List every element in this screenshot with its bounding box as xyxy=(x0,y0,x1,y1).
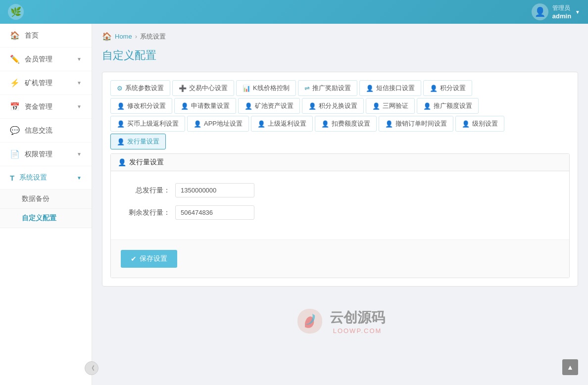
tab-label: 积分兑换设置 xyxy=(319,101,357,110)
tab-label: APP地址设置 xyxy=(204,119,243,128)
brand-name: 云创源码 xyxy=(330,308,385,327)
tab-content-body: 总发行量： 剩余发行量： xyxy=(111,171,569,240)
tab-level-setting[interactable]: 👤 级别设置 xyxy=(455,116,504,132)
tab-three-network[interactable]: 👤 三网验证 xyxy=(366,98,415,114)
tab-apply-qty[interactable]: 👤 申请数量设置 xyxy=(174,98,236,114)
tab-label: 积分设置 xyxy=(440,84,466,93)
tab-sys-params[interactable]: ⚙ 系统参数设置 xyxy=(110,80,170,96)
chevron-down-icon: ▼ xyxy=(77,80,82,86)
top-header: 🌿 👤 管理员 admin ▼ xyxy=(0,0,588,24)
chart-icon: 📊 xyxy=(243,85,250,92)
footer-watermark: 云创源码 LOOWP.COM xyxy=(102,287,578,348)
tab-superior-rebate[interactable]: 👤 上级返利设置 xyxy=(251,116,313,132)
sidebar-item-label: 系统设置 xyxy=(19,173,47,182)
user-role: 管理员 xyxy=(552,4,571,12)
tab-app-address[interactable]: 👤 APP地址设置 xyxy=(187,116,249,132)
tab-modify-points[interactable]: 👤 修改积分设置 xyxy=(110,98,172,114)
save-button-label: 保存设置 xyxy=(140,254,167,263)
user-icon: 👤 xyxy=(430,85,438,92)
remaining-issue-input[interactable] xyxy=(175,205,254,220)
tab-label: K线价格控制 xyxy=(253,84,290,93)
tab-label: 系统参数设置 xyxy=(125,84,164,93)
chevron-down-icon: ▼ xyxy=(77,151,82,157)
breadcrumb-home-link[interactable]: Home xyxy=(115,33,132,40)
sidebar-item-label: 矿机管理 xyxy=(25,79,52,88)
sidebar-sub-label: 数据备份 xyxy=(22,194,49,202)
scroll-to-top-button[interactable]: ▲ xyxy=(562,359,578,375)
tab-points-setting[interactable]: 👤 积分设置 xyxy=(423,80,472,96)
tab-promotion-limit[interactable]: 👤 推广额度设置 xyxy=(417,98,479,114)
total-issue-input[interactable] xyxy=(175,183,254,197)
exchange-icon: ⇌ xyxy=(304,85,310,92)
breadcrumb-home-icon: 🏠 xyxy=(102,32,112,41)
settings-icon: ⚙ xyxy=(117,85,123,92)
layout: 🏠 首页 ✏️ 会员管理 ▼ ⚡ 矿机管理 ▼ 📅 资金管理 ▼ xyxy=(0,24,588,385)
sidebar-item-permissions[interactable]: 📄 权限管理 ▼ xyxy=(0,143,92,166)
sidebar-item-info[interactable]: 💬 信息交流 xyxy=(0,119,92,143)
tab-row-3: 👤 买币上级返利设置 👤 APP地址设置 👤 上级返利设置 👤 扣费额度设置 👤 xyxy=(110,116,570,132)
user-icon: 👤 xyxy=(423,102,431,110)
tab-label: 上级返利设置 xyxy=(268,119,306,128)
user-icon: 👤 xyxy=(321,120,329,128)
tab-row-1: ⚙ 系统参数设置 ➕ 交易中心设置 📊 K线价格控制 ⇌ 推广奖励设置 👤 xyxy=(110,80,570,96)
tab-label: 三网验证 xyxy=(383,101,408,110)
tab-label: 修改积分设置 xyxy=(127,101,166,110)
user-icon: 👤 xyxy=(462,120,470,128)
tab-issue-qty[interactable]: 👤 发行量设置 xyxy=(110,134,166,149)
sidebar-item-custom-config[interactable]: 自定义配置 xyxy=(0,209,92,228)
tab-row-2: 👤 修改积分设置 👤 申请数量设置 👤 矿池资产设置 👤 积分兑换设置 👤 xyxy=(110,98,570,114)
main-content: 🏠 Home › 系统设置 自定义配置 ⚙ 系统参数设置 ➕ 交易中心设置 📊 xyxy=(92,24,588,385)
sidebar-item-label: 信息交流 xyxy=(25,126,52,135)
tab-label: 推广奖励设置 xyxy=(312,84,351,93)
form-row-remaining: 剩余发行量： xyxy=(121,205,559,220)
tab-trade-center[interactable]: ➕ 交易中心设置 xyxy=(172,80,234,96)
user-avatar: 👤 xyxy=(532,3,548,20)
breadcrumb: 🏠 Home › 系统设置 xyxy=(102,32,578,41)
sidebar-item-member[interactable]: ✏️ 会员管理 ▼ xyxy=(0,48,92,71)
sidebar-item-settings[interactable]: T 系统设置 ▼ xyxy=(0,166,92,190)
chevron-down-icon: ▼ xyxy=(77,175,82,181)
tab-sms-interface[interactable]: 👤 短信接口设置 xyxy=(359,80,421,96)
tab-content-title: 发行量设置 xyxy=(129,158,164,167)
tab-pool-assets[interactable]: 👤 矿池资产设置 xyxy=(238,98,300,114)
sidebar-item-finance[interactable]: 📅 资金管理 ▼ xyxy=(0,95,92,119)
member-icon: ✏️ xyxy=(10,54,20,64)
sidebar-item-label: 权限管理 xyxy=(25,150,52,159)
user-menu[interactable]: 👤 管理员 admin ▼ xyxy=(532,3,580,20)
save-button[interactable]: ✔ 保存设置 xyxy=(121,250,177,268)
logo: 🌿 xyxy=(8,4,24,20)
form-row-total: 总发行量： xyxy=(121,183,559,197)
tab-points-exchange[interactable]: 👤 积分兑换设置 xyxy=(302,98,364,114)
tab-content-footer: ✔ 保存设置 xyxy=(111,240,569,278)
sidebar-sub-menu: 数据备份 自定义配置 xyxy=(0,190,92,228)
page-title: 自定义配置 xyxy=(102,48,578,63)
tab-promotion-reward[interactable]: ⇌ 推广奖励设置 xyxy=(298,80,357,96)
user-icon: 👤 xyxy=(194,120,201,128)
tab-cancel-order-time[interactable]: 👤 撤销订单时间设置 xyxy=(379,116,453,132)
sidebar-collapse-button[interactable]: 《 xyxy=(85,361,98,375)
breadcrumb-separator: › xyxy=(135,33,137,40)
form-label-remaining: 剩余发行量： xyxy=(121,208,170,217)
tab-kline-price[interactable]: 📊 K线价格控制 xyxy=(236,80,296,96)
sidebar-item-data-backup[interactable]: 数据备份 xyxy=(0,190,92,209)
sidebar-item-home[interactable]: 🏠 首页 xyxy=(0,24,92,48)
brand-logo-icon xyxy=(295,306,325,336)
logo-icon: 🌿 xyxy=(8,4,24,20)
permissions-icon: 📄 xyxy=(10,149,20,159)
user-icon: 👤 xyxy=(308,102,316,110)
user-icon: 👤 xyxy=(257,120,265,128)
sidebar-item-mining[interactable]: ⚡ 矿机管理 ▼ xyxy=(0,71,92,95)
tab-buy-rebate[interactable]: 👤 买币上级返利设置 xyxy=(110,116,185,132)
chevron-down-icon: ▼ xyxy=(77,104,82,109)
arrow-up-icon: ▲ xyxy=(567,363,574,371)
sidebar: 🏠 首页 ✏️ 会员管理 ▼ ⚡ 矿机管理 ▼ 📅 资金管理 ▼ xyxy=(0,24,92,385)
tab-content-area: 👤 发行量设置 总发行量： 剩余发行量： ✔ xyxy=(110,153,570,278)
user-icon: 👤 xyxy=(372,102,380,110)
tab-label: 推广额度设置 xyxy=(434,101,472,110)
tab-fee-limit[interactable]: 👤 扣费额度设置 xyxy=(315,116,377,132)
watermark-logo: 云创源码 LOOWP.COM xyxy=(102,306,578,336)
tab-content-header: 👤 发行量设置 xyxy=(111,154,569,171)
home-icon: 🏠 xyxy=(10,31,20,40)
sidebar-item-label: 会员管理 xyxy=(25,55,52,64)
sidebar-item-label: 首页 xyxy=(25,31,39,40)
